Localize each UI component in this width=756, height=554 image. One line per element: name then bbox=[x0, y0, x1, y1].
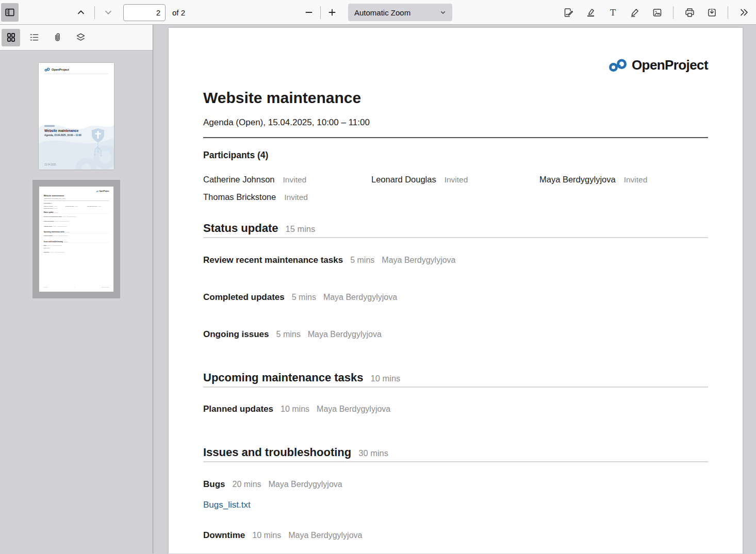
agenda-item-presenter: Maya Berdygylyjova bbox=[288, 531, 362, 540]
agenda-item-title: Ongoing issues bbox=[44, 225, 53, 227]
participant: Maya BerdygylyjovaInvited bbox=[87, 206, 109, 207]
participants-list: Catherine JohnsonInvited Leonard Douglas… bbox=[203, 175, 708, 202]
section-divider bbox=[203, 461, 708, 462]
participant: Thomas BrickstoneInvited bbox=[203, 192, 371, 202]
document-meta: Agenda (Open), 15.04.2025, 10:00 – 11:00 bbox=[44, 198, 109, 199]
participant-name: Leonard Douglas bbox=[65, 206, 74, 207]
add-image-button[interactable] bbox=[648, 3, 666, 22]
page-footer: 15.04.2025 2 Website maintenance bbox=[44, 287, 109, 288]
agenda-item-duration: 20 mins bbox=[47, 245, 51, 246]
openproject-logo-icon bbox=[96, 191, 98, 192]
toolbar-separator bbox=[94, 6, 95, 19]
agenda-item-duration: 20 mins bbox=[233, 480, 261, 489]
agenda-item-duration: 10 mins bbox=[281, 405, 309, 414]
agenda-item: Downtime 10 mins Maya Berdygylyjova bbox=[203, 529, 708, 542]
agenda-item-presenter: Maya Berdygylyjova bbox=[323, 293, 397, 302]
thumbnails-view-button[interactable] bbox=[2, 29, 20, 46]
thumbnail-page-1[interactable]: OpenProject Website maintenance Agenda, … bbox=[39, 63, 114, 170]
participant-status: Invited bbox=[284, 193, 308, 202]
participant-status: Invited bbox=[624, 175, 648, 184]
agenda-item-presenter: Maya Berdygylyjova bbox=[57, 226, 67, 227]
save-button[interactable] bbox=[703, 3, 720, 22]
zoom-level-select[interactable]: Automatic Zoom bbox=[348, 4, 452, 21]
agenda-item: Planned updates 10 mins Maya Berdygylyjo… bbox=[203, 403, 708, 415]
zoom-out-button[interactable] bbox=[300, 3, 318, 22]
attachment-link[interactable]: Bugs_list.txt bbox=[44, 248, 50, 249]
section-title: Upcoming maintenance tasks bbox=[203, 370, 364, 385]
participant-name: Catherine Johnson bbox=[44, 206, 53, 207]
attachment-link[interactable]: Bugs_list.txt bbox=[203, 500, 251, 510]
agenda-item-presenter: Maya Berdygylyjova bbox=[59, 221, 69, 222]
agenda-item-title: Completed updates bbox=[44, 221, 54, 222]
next-page-button[interactable] bbox=[100, 3, 117, 22]
chevron-down-icon bbox=[439, 8, 447, 16]
zoom-level-value: Automatic Zoom bbox=[354, 8, 439, 17]
participant-name: Catherine Johnson bbox=[203, 175, 275, 184]
previous-page-button[interactable] bbox=[72, 3, 90, 22]
agenda-item-presenter: Maya Berdygylyjova bbox=[58, 236, 68, 237]
signature-document-icon bbox=[563, 7, 574, 18]
thumbnail-list: OpenProject Website maintenance Agenda, … bbox=[0, 51, 153, 553]
draw-tool-button[interactable] bbox=[626, 3, 644, 22]
layers-view-button[interactable] bbox=[71, 29, 90, 46]
text-tool-button[interactable]: T bbox=[604, 3, 621, 22]
document-meta: Agenda (Open), 15.04.2025, 10:00 – 11:00 bbox=[203, 116, 708, 129]
thumbnail-page-2-preview: OpenProject Website maintenance Agenda (… bbox=[39, 187, 113, 292]
page-number-input[interactable] bbox=[123, 4, 166, 21]
section-duration: 15 mins bbox=[54, 212, 58, 213]
zoom-in-button[interactable] bbox=[323, 3, 341, 22]
section-title: Issues and troubleshooting bbox=[44, 241, 63, 243]
footer-title: Website maintenance bbox=[101, 287, 109, 288]
pdf-viewer-area[interactable]: OpenProject Website maintenance Agenda (… bbox=[153, 25, 756, 553]
participant-name: Maya Berdygylyjova bbox=[87, 206, 97, 207]
agenda-item-duration: 10 mins bbox=[252, 531, 281, 540]
agenda-item-presenter: Maya Berdygylyjova bbox=[269, 480, 342, 489]
printer-icon bbox=[684, 7, 695, 18]
section-duration: 30 mins bbox=[64, 241, 68, 242]
cover-subtitle: Agenda, 15.04.2025, 10:00 – 11:00 bbox=[44, 134, 81, 137]
toolbar-separator bbox=[673, 6, 673, 19]
plus-icon bbox=[326, 7, 338, 18]
agenda-item-title: Downtime bbox=[203, 529, 245, 542]
agenda-item-duration: 5 mins bbox=[276, 330, 301, 339]
section-duration: 15 mins bbox=[285, 224, 315, 234]
toolbar-separator bbox=[320, 6, 321, 19]
openproject-logo-text: OpenProject bbox=[99, 190, 109, 192]
pdf-toolbar: of 2 Automatic Zoom bbox=[0, 0, 756, 25]
sidebar-toolbar bbox=[0, 25, 153, 51]
attachments-view-button[interactable] bbox=[48, 29, 67, 46]
agenda-item-presenter: Maya Berdygylyjova bbox=[308, 330, 382, 339]
highlighter-icon bbox=[585, 7, 596, 18]
cover-text: Website maintenance Agenda, 15.04.2025, … bbox=[44, 125, 81, 137]
more-tools-button[interactable] bbox=[735, 3, 753, 22]
agenda-item-title: Review recent maintenance tasks bbox=[44, 216, 62, 217]
add-signature-button[interactable] bbox=[560, 3, 577, 22]
text-tool-icon: T bbox=[607, 7, 618, 18]
agenda-item: Completed updates 5 mins Maya Berdygylyj… bbox=[44, 221, 109, 222]
toggle-sidebar-button[interactable] bbox=[1, 3, 19, 22]
chevron-up-icon bbox=[75, 7, 87, 18]
agenda-item-title: Planned updates bbox=[203, 403, 273, 415]
print-button[interactable] bbox=[681, 3, 698, 22]
footer-page-number: 2 bbox=[74, 287, 75, 288]
thumbnail-page-2-selected[interactable]: OpenProject Website maintenance Agenda (… bbox=[32, 180, 120, 298]
agenda-item-presenter: Maya Berdygylyjova bbox=[55, 251, 64, 253]
participant: Catherine JohnsonInvited bbox=[203, 175, 371, 184]
agenda-item-title: Bugs bbox=[44, 245, 46, 246]
agenda-item-duration: 5 mins bbox=[292, 293, 316, 302]
section-duration: 30 mins bbox=[358, 448, 388, 458]
agenda-item-presenter: Maya Berdygylyjova bbox=[317, 405, 390, 414]
highlight-button[interactable] bbox=[582, 3, 599, 22]
agenda-item: Ongoing issues 5 mins Maya Berdygylyjova bbox=[203, 328, 708, 341]
outline-view-button[interactable] bbox=[25, 29, 43, 46]
paperclip-icon bbox=[52, 32, 63, 43]
agenda-item-presenter: Maya Berdygylyjova bbox=[67, 216, 76, 217]
participant: Leonard DouglasInvited bbox=[371, 175, 539, 184]
section-title: Status update bbox=[203, 221, 278, 236]
agenda-item-title: Ongoing issues bbox=[203, 328, 269, 341]
openproject-logo: OpenProject bbox=[96, 190, 109, 192]
participant: Maya BerdygylyjovaInvited bbox=[539, 175, 708, 184]
agenda-item-duration: 5 mins bbox=[63, 216, 66, 217]
sidebar: OpenProject Website maintenance Agenda, … bbox=[0, 25, 153, 553]
cover-shield-art bbox=[91, 128, 107, 158]
